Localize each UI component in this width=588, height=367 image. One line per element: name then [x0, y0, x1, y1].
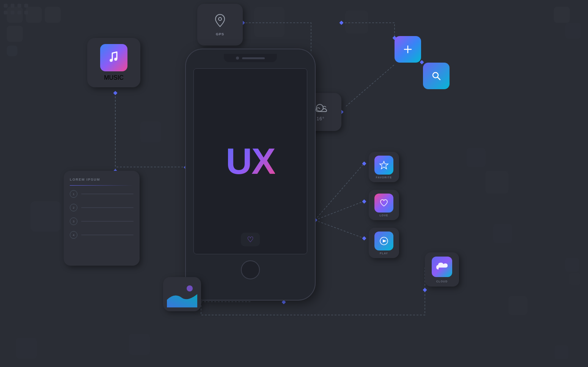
- item-number: 2: [70, 204, 77, 211]
- music-card: MUSIC: [87, 38, 140, 87]
- favorite-icon: [374, 156, 393, 175]
- gps-icon: [214, 14, 226, 30]
- item-number: 3: [70, 217, 77, 225]
- lorem-divider: [70, 185, 134, 186]
- heart-icon: ♡: [247, 235, 254, 244]
- music-label: MUSIC: [104, 74, 124, 81]
- item-number: 4: [70, 231, 77, 239]
- lorem-title: LOREM IPSUM: [70, 178, 134, 181]
- love-icon: [374, 194, 393, 213]
- gps-card: GPS: [197, 4, 243, 46]
- cloud-card: CLOUD: [425, 252, 459, 287]
- svg-marker-10: [383, 239, 387, 243]
- lorem-card: LOREM IPSUM 1 2 3 4: [64, 171, 140, 266]
- dot-grid-tl: [4, 4, 28, 14]
- ux-text: UX: [226, 143, 275, 180]
- svg-point-12: [187, 285, 193, 291]
- item-number: 1: [70, 190, 77, 198]
- add-card[interactable]: [395, 36, 421, 63]
- item-line: [81, 207, 134, 208]
- gps-label: GPS: [216, 32, 224, 36]
- weather-temp: 16°: [316, 116, 324, 121]
- search-card[interactable]: [423, 63, 450, 89]
- play-icon: [374, 232, 393, 250]
- phone-home-button[interactable]: [241, 260, 260, 279]
- music-icon: [100, 44, 127, 71]
- list-item: 3: [70, 217, 134, 225]
- list-item: 2: [70, 204, 134, 211]
- speaker: [242, 57, 265, 59]
- image-card: [163, 277, 201, 311]
- love-card: LOVE: [369, 190, 399, 220]
- favorite-card: FAVORITE: [369, 152, 399, 182]
- phone-screen: UX ♡: [193, 68, 307, 254]
- front-camera: [236, 57, 239, 60]
- phone-mockup: UX ♡: [186, 49, 315, 300]
- item-line: [81, 235, 134, 235]
- phone-heart-button[interactable]: ♡: [241, 233, 260, 246]
- svg-marker-8: [380, 161, 388, 169]
- love-label: LOVE: [379, 214, 388, 217]
- item-line: [81, 221, 134, 222]
- svg-line-7: [437, 77, 440, 80]
- phone-notch: [224, 54, 277, 62]
- item-line: [81, 194, 134, 194]
- svg-point-0: [110, 59, 113, 62]
- cloud-icon: [432, 257, 452, 277]
- list-item: 1: [70, 190, 134, 198]
- list-item: 4: [70, 231, 134, 239]
- favorite-label: FAVORITE: [376, 176, 392, 179]
- play-card: PLAY: [369, 228, 399, 258]
- svg-point-2: [219, 17, 222, 20]
- cloud-label: CLOUD: [436, 280, 448, 283]
- svg-point-1: [114, 58, 117, 61]
- play-label: PLAY: [380, 252, 388, 255]
